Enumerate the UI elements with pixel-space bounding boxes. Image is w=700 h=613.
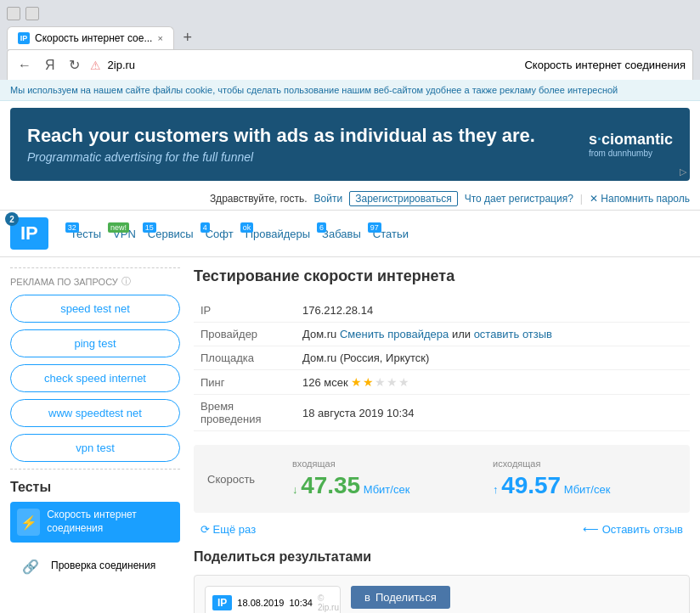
leave-review-speed-link[interactable]: ⟵ Оставить отзыв [583,523,683,536]
nav-item-tests[interactable]: 32 Тесты [65,224,106,244]
label-provider: Провайдер [194,323,296,346]
maximize-button[interactable] [25,7,39,20]
change-provider-link[interactable]: Сменить провайдера [340,328,449,340]
value-ping: 126 мсек ★ ★ ★ ★ ★ [296,370,690,395]
tab-bar: IP Скорость интернет сое... × + [7,25,693,49]
ad-tag: ▷ [680,166,686,177]
security-warning-icon: ⚠ [90,59,101,72]
upload-speed-column: исходящая ↑ 49.57 Мбит/сек [493,458,676,499]
active-tab[interactable]: IP Скорость интернет сое... × [7,26,174,49]
nav-badge-services: 15 [143,222,156,233]
address-input[interactable] [108,59,518,71]
speed-actions: ⟳ Ещё раз ⟵ Оставить отзыв [194,523,690,536]
speed-box: Скорость входящая ↓ 47.35 Мбит/сек исход… [194,445,690,513]
table-row-time: Время проведения 18 августа 2019 10:34 [194,395,690,431]
sidebar-ad-link-4[interactable]: www speedtest net [10,399,180,427]
table-row-ping: Пинг 126 мсек ★ ★ ★ ★ ★ [194,370,690,395]
try-again-link[interactable]: ⟳ Ещё раз [200,523,256,536]
share-buttons: в Поделиться ок Класснуть [351,586,450,613]
share-card: IP 18.08.2019 10:34 © 2ip.ru [205,586,341,613]
new-tab-button[interactable]: + [176,25,200,49]
sidebar-ad-link-1[interactable]: speed test net [10,295,180,323]
page-title-bar: Скорость интернет соединения [524,59,686,71]
speed-test-icon: ⚡ [17,509,40,536]
download-arrow: ↓ [292,483,298,496]
upload-arrow: ↑ [493,483,499,496]
label-time: Время проведения [194,395,296,431]
label-ping: Пинг [194,370,296,395]
nav-badge-vpn: new! [108,222,129,233]
connection-test-icon: 🔗 [17,553,44,580]
share-title: Поделиться результатами [194,549,690,565]
window-controls [7,7,39,20]
tab-title: Скорость интернет сое... [35,32,152,44]
top-nav: Здравствуйте, гость. Войти Зарегистриров… [0,188,700,211]
tab-favicon: IP [18,32,30,44]
share-card-header: IP 18.08.2019 10:34 © 2ip.ru [212,593,333,612]
sidebar-test-speed[interactable]: ⚡ Скорость интернет соединения [10,502,180,543]
address-bar: ← Я ↻ ⚠ Скорость интернет соединения [7,49,693,80]
table-row-platform: Площадка Дом.ru (Россия, Иркутск) [194,346,690,370]
site-logo[interactable]: 2 IP [10,217,48,250]
login-link[interactable]: Войти [314,193,343,205]
nav-label-fun: Забавы [322,228,361,240]
share-vk-button[interactable]: в Поделиться [351,586,450,609]
greeting-text: Здравствуйте, гость. [210,193,308,205]
register-link[interactable]: Зарегистрироваться [349,191,457,206]
star-2: ★ [363,375,374,389]
nav-item-articles[interactable]: 97 Статьи [368,224,414,244]
download-speed-column: входящая ↓ 47.35 Мбит/сек [292,458,476,499]
label-platform: Площадка [194,346,296,370]
info-table: IP 176.212.28.14 Провайдер Дом.ru Сменит… [194,299,690,431]
nav-item-soft[interactable]: 4 Софт [200,224,239,244]
logo-nav-area: 2 IP 32 Тесты new! VPN 15 Сервисы 4 Софт [0,211,700,257]
tab-close-button[interactable]: × [157,33,162,43]
download-number: 47.35 [301,472,360,498]
sidebar-divider [10,469,180,470]
download-speed-value: ↓ 47.35 Мбит/сек [292,472,476,499]
value-platform: Дом.ru (Россия, Иркутск) [296,346,690,370]
yandex-button[interactable]: Я [42,56,59,75]
nav-item-fun[interactable]: 6 Забавы [317,224,366,244]
table-row-provider: Провайдер Дом.ru Сменить провайдера или … [194,323,690,346]
sidebar-ad-link-5[interactable]: vpn test [10,434,180,462]
refresh-button[interactable]: ↻ [65,55,83,75]
connection-test-name: Проверка соединения [51,560,155,573]
sidebar-ad-link-2[interactable]: ping test [10,329,180,357]
speed-test-name: Скорость интернет соединения [47,509,173,535]
back-button[interactable]: ← [14,56,35,75]
nav-item-providers[interactable]: ok Провайдеры [240,224,315,244]
logo-badge: 2 [5,212,19,226]
nav-item-vpn[interactable]: new! VPN [108,224,141,244]
nav-item-services[interactable]: 15 Сервисы [143,224,199,244]
nav-label-providers: Провайдеры [246,228,310,240]
share-box: IP 18.08.2019 10:34 © 2ip.ru в Поделитьс… [194,575,690,613]
value-ip: 176.212.28.14 [296,299,690,323]
label-ip: IP [194,299,296,323]
what-gives-link[interactable]: Что дает регистрация? [465,193,573,205]
info-icon[interactable]: ⓘ [121,275,131,288]
sidebar-tests-title: Тесты [10,480,180,495]
sociomantic-brand: s·ciomantic from dunnhumby [589,131,673,158]
sidebar-ad-link-3[interactable]: check speed internet [10,364,180,392]
remind-password-link[interactable]: ✕ Напомнить пароль [590,193,690,205]
ad-headline: Reach your customers with ads as individ… [27,125,673,147]
vk-icon: в [364,591,370,604]
download-unit: Мбит/сек [364,483,410,496]
browser-top-bar [7,7,693,20]
main-layout: РЕКЛАМА ПО ЗАПРОСУ ⓘ speed test net ping… [0,257,700,613]
table-row-ip: IP 176.212.28.14 [194,299,690,323]
upload-unit: Мбит/сек [564,483,611,496]
page-content: Мы используем на нашем сайте файлы cooki… [0,80,700,613]
cookie-bar: Мы используем на нашем сайте файлы cooki… [0,80,700,101]
speed-label: Скорость [207,473,275,486]
share-ip-logo: IP [212,595,232,610]
leave-review-link[interactable]: оставить отзыв [474,328,552,340]
star-1: ★ [351,375,362,389]
nav-badge-articles: 97 [368,222,381,233]
sidebar-test-connection[interactable]: 🔗 Проверка соединения [10,546,180,587]
sidebar-ad-label: РЕКЛАМА ПО ЗАПРОСУ ⓘ [10,267,180,288]
main-content: Тестирование скорости интернета IP 176.2… [180,267,690,613]
minimize-button[interactable] [7,7,20,20]
browser-chrome: IP Скорость интернет сое... × + ← Я ↻ ⚠ … [0,0,700,80]
